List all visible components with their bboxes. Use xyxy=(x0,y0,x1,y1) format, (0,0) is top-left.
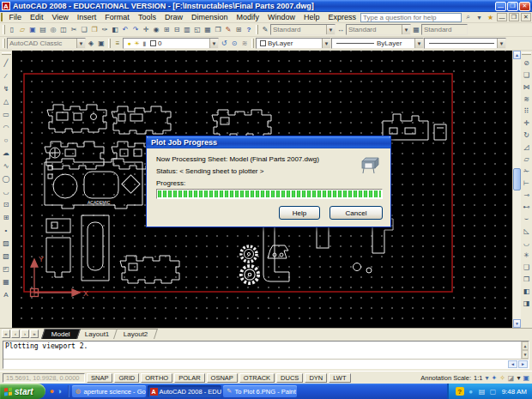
layer-on-bulb-icon[interactable]: ● xyxy=(125,40,133,46)
command-history[interactable]: Plotting viewport 2. ▲▼ xyxy=(3,342,529,359)
spline-icon[interactable]: ∿ xyxy=(1,160,11,172)
annotation-scale-value[interactable]: 1:1 xyxy=(474,374,482,382)
my-workspace-icon[interactable]: ▣ xyxy=(96,38,106,49)
move-icon[interactable]: ✛ xyxy=(522,117,532,129)
dim-style-combo[interactable]: Standard▼ xyxy=(346,24,411,35)
make-block-icon[interactable]: ⊞ xyxy=(1,211,11,224)
draworder-front-icon[interactable]: ❑ xyxy=(522,261,532,273)
taskbar-task-paint[interactable]: ✎ To Plot 6.PNG - Paint xyxy=(223,385,297,397)
toolbar-grip[interactable] xyxy=(3,25,5,34)
status-toggle[interactable]: DUCS xyxy=(276,373,303,383)
search-dropdown-icon[interactable]: ▾ xyxy=(475,14,484,21)
info-center-star-icon[interactable]: ★ xyxy=(486,14,495,21)
mdi-minimize-button[interactable]: — xyxy=(497,13,507,21)
menu-item[interactable]: Draw xyxy=(160,12,187,23)
copy-icon[interactable]: ❏ xyxy=(79,24,89,35)
cut-icon[interactable]: ✂ xyxy=(69,24,79,35)
zoom-window-icon[interactable]: ⊞ xyxy=(161,24,172,35)
browser-quicklaunch-icon[interactable]: ● xyxy=(50,387,54,396)
cancel-button[interactable]: Cancel xyxy=(329,206,383,220)
quickcalc-icon[interactable]: ⊞ xyxy=(233,24,244,35)
color-combo[interactable]: ByLayer ▼ xyxy=(256,38,331,49)
designcenter-icon[interactable]: ◱ xyxy=(192,24,203,35)
workspace-settings-icon[interactable]: ◈ xyxy=(86,38,96,49)
scroll-right-icon[interactable]: ▶ xyxy=(518,360,528,368)
taskbar-task-autocad[interactable]: A AutoCAD 2008 - EDU... xyxy=(148,385,221,397)
menu-item[interactable]: Edit xyxy=(26,12,48,23)
array-icon[interactable]: ⠿ xyxy=(522,105,532,117)
block-editor-icon[interactable]: ◧ xyxy=(110,24,120,35)
pan-icon[interactable]: ✛ xyxy=(141,24,151,35)
menu-item[interactable]: Window xyxy=(263,12,299,23)
linetype-combo[interactable]: ByLayer ▼ xyxy=(331,38,424,49)
scrollbar-track[interactable] xyxy=(513,59,521,319)
tab-next-button[interactable]: › xyxy=(21,329,29,338)
circle-icon[interactable]: ○ xyxy=(1,134,11,147)
properties-icon[interactable]: ▥ xyxy=(182,24,192,35)
canvas-vertical-scrollbar[interactable]: ▲ ▼ xyxy=(512,51,521,328)
break-at-point-icon[interactable]: ⊸ xyxy=(522,189,532,201)
polygon-icon[interactable]: △ xyxy=(1,95,11,108)
display-tray-icon[interactable]: ▢ xyxy=(489,387,498,396)
status-toggle[interactable]: OSNAP xyxy=(207,373,238,383)
text-style-icon[interactable]: ✎ xyxy=(260,24,270,35)
layer-freeze-sun-icon[interactable]: ☀ xyxy=(133,40,141,47)
layer-previous-icon[interactable]: ⊙ xyxy=(229,38,239,49)
region-icon[interactable]: ◰ xyxy=(1,263,11,275)
table-icon[interactable]: ▦ xyxy=(1,275,11,288)
scroll-up-icon[interactable]: ▲ xyxy=(513,51,521,59)
ellipse-arc-icon[interactable]: ◡ xyxy=(1,185,11,198)
line-icon[interactable]: ╱ xyxy=(1,57,11,70)
annotation-visibility-icon[interactable]: ✦ xyxy=(491,374,497,382)
zoom-realtime-icon[interactable]: ◉ xyxy=(151,24,161,35)
annotation-scale-dropdown-icon[interactable]: ▾ xyxy=(485,374,488,382)
offset-icon[interactable]: ≋ xyxy=(522,93,532,105)
scroll-down-icon[interactable]: ▼ xyxy=(513,319,521,328)
join-icon[interactable]: ⌣ xyxy=(522,213,532,225)
status-toggle[interactable]: POLAR xyxy=(174,373,204,383)
menu-item[interactable]: Insert xyxy=(73,12,101,23)
draworder-above-icon[interactable]: ◧ xyxy=(522,285,532,297)
help-button[interactable]: Help xyxy=(279,206,320,220)
qnew-icon[interactable]: ▯ xyxy=(7,24,17,35)
ellipse-icon[interactable]: ◯ xyxy=(1,172,11,185)
toolbar-grip[interactable] xyxy=(256,25,258,34)
hatch-icon[interactable]: ▨ xyxy=(1,237,11,250)
insert-block-icon[interactable]: ⊡ xyxy=(1,198,11,211)
menu-item[interactable]: Dimension xyxy=(187,12,233,23)
plot-icon[interactable]: ▤ xyxy=(38,24,48,35)
coordinates-readout[interactable]: 15.5691, 10.9928, 0.0000 xyxy=(3,373,85,383)
menu-item[interactable]: View xyxy=(47,12,72,23)
redo-icon[interactable]: ↷ xyxy=(130,24,141,35)
table-style-icon[interactable]: ▦ xyxy=(411,24,421,35)
toolbar-lock-icon[interactable]: ◪ xyxy=(508,374,515,382)
restore-button[interactable]: ❐ xyxy=(507,2,518,11)
layer-lock-icon[interactable]: ▮ xyxy=(141,40,148,47)
text-style-combo[interactable]: Standard▼ xyxy=(270,24,336,35)
taskbar-clock[interactable]: 9:48 AM xyxy=(502,388,527,396)
lineweight-combo[interactable]: ▼ xyxy=(424,38,506,49)
mtext-icon[interactable]: A xyxy=(1,288,11,301)
scale-icon[interactable]: ◿ xyxy=(522,141,532,153)
app-quicklaunch-icon[interactable]: ◑ xyxy=(57,387,61,396)
scrollbar-thumb[interactable] xyxy=(513,168,521,190)
plot-preview-icon[interactable]: ◎ xyxy=(48,24,58,35)
rotate-icon[interactable]: ↻ xyxy=(522,129,532,141)
toolbar-grip[interactable] xyxy=(108,39,111,48)
mdi-restore-button[interactable]: ❐ xyxy=(509,13,519,21)
stretch-icon[interactable]: ▱ xyxy=(522,153,532,165)
rectangle-icon[interactable]: ▭ xyxy=(1,108,11,121)
open-icon[interactable]: ▱ xyxy=(17,24,27,35)
save-icon[interactable]: ▣ xyxy=(27,24,38,35)
command-input[interactable] xyxy=(3,360,508,368)
toolbar-grip[interactable] xyxy=(251,39,254,48)
status-toggle[interactable]: OTRACK xyxy=(239,373,275,383)
sheetset-manager-icon[interactable]: ❒ xyxy=(213,24,223,35)
copy-object-icon[interactable]: ❏ xyxy=(522,69,532,81)
tool-palettes-icon[interactable]: ▦ xyxy=(203,24,213,35)
chamfer-icon[interactable]: ◺ xyxy=(522,225,532,237)
minimize-button[interactable]: — xyxy=(495,2,506,11)
extend-icon[interactable]: ⊢ xyxy=(522,177,532,189)
menu-item[interactable]: Modify xyxy=(232,12,263,23)
trim-icon[interactable]: ✁ xyxy=(522,165,532,177)
